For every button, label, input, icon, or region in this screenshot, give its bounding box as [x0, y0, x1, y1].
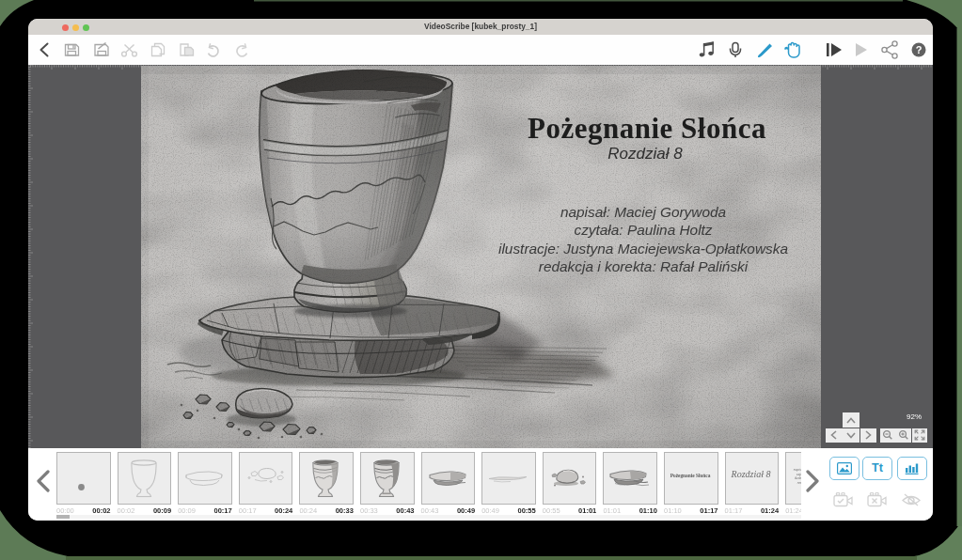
svg-text:?: ? — [916, 44, 923, 55]
